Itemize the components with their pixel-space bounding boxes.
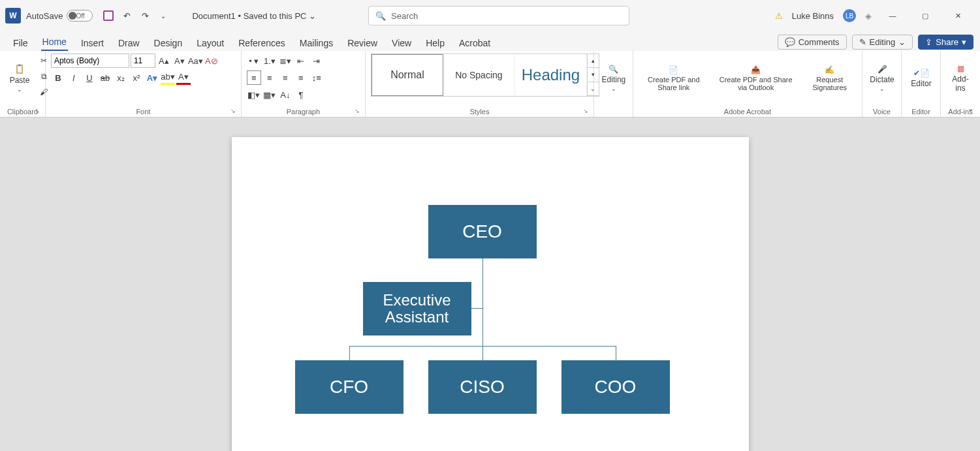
align-right-button[interactable]: ≡ xyxy=(278,70,292,85)
user-avatar[interactable]: LB xyxy=(843,9,856,22)
shading-button[interactable]: ◧▾ xyxy=(247,87,261,102)
style-normal[interactable]: Normal xyxy=(371,54,443,96)
warning-icon[interactable]: ⚠ xyxy=(775,11,783,21)
org-node-cfo[interactable]: CFO xyxy=(295,360,403,414)
shrink-font-button[interactable]: A▾ xyxy=(172,54,187,68)
ribbon: Paste⌄ ✂ ⧉ 🖌 Clipboard↘ A▴ A▾ Aa▾ A⊘ B I xyxy=(0,51,980,117)
justify-button[interactable]: ≡ xyxy=(294,70,308,85)
word-app-icon: W xyxy=(5,8,21,23)
undo-button[interactable]: ↶ xyxy=(120,9,133,22)
paragraph-launcher[interactable]: ↘ xyxy=(355,108,360,114)
minimize-button[interactable]: — xyxy=(881,4,904,27)
page[interactable]: CEO Executive Assistant CFO CISO COO xyxy=(232,137,749,451)
qat-customize[interactable]: ⌄ xyxy=(157,9,170,22)
align-left-button[interactable]: ≡ xyxy=(247,70,261,85)
grow-font-button[interactable]: A▴ xyxy=(157,54,171,68)
request-signatures-button[interactable]: ✍ Request Signatures xyxy=(803,54,857,103)
signature-icon: ✍ xyxy=(825,65,834,74)
diamond-icon[interactable]: ◈ xyxy=(865,11,872,21)
tab-help[interactable]: Help xyxy=(424,35,446,51)
ribbon-tabs: File Home Insert Draw Design Layout Refe… xyxy=(0,31,980,51)
clear-formatting-button[interactable]: A⊘ xyxy=(204,54,219,68)
editing-find-button[interactable]: 🔍 Editing⌄ xyxy=(599,54,628,103)
borders-button[interactable]: ▦▾ xyxy=(262,87,277,102)
paste-button[interactable]: Paste⌄ xyxy=(5,54,34,103)
style-no-spacing[interactable]: No Spacing xyxy=(443,54,515,96)
org-node-ceo[interactable]: CEO xyxy=(428,205,537,258)
share-button[interactable]: ⇪ Share ▾ xyxy=(918,35,973,50)
autosave-toggle[interactable]: AutoSave Off xyxy=(26,10,93,22)
italic-button[interactable]: I xyxy=(67,70,81,85)
text-effects-button[interactable]: A▾ xyxy=(145,70,159,85)
comments-button[interactable]: 💬 Comments xyxy=(778,35,847,50)
underline-button[interactable]: U xyxy=(82,70,97,85)
addins-button[interactable]: ▦ Add-ins xyxy=(946,54,975,103)
redo-button[interactable]: ↷ xyxy=(138,9,151,22)
font-name-input[interactable] xyxy=(51,54,129,68)
document-title[interactable]: Document1 • Saved to this PC ⌄ xyxy=(192,11,316,21)
user-name[interactable]: Luke Binns xyxy=(792,11,834,21)
search-input[interactable]: 🔍 Search xyxy=(368,6,629,25)
search-icon: 🔍 xyxy=(375,11,386,21)
align-center-button[interactable]: ≡ xyxy=(262,70,277,85)
create-pdf-share-link-button[interactable]: 📄 Create PDF and Share link xyxy=(639,54,709,103)
org-node-assistant[interactable]: Executive Assistant xyxy=(363,282,471,335)
document-area[interactable]: CEO Executive Assistant CFO CISO COO xyxy=(0,117,980,451)
tab-acrobat[interactable]: Acrobat xyxy=(458,35,492,51)
tab-home[interactable]: Home xyxy=(41,34,68,51)
styles-launcher[interactable]: ↘ xyxy=(583,108,588,114)
group-addins: ▦ Add-ins Add-ins ⌄ xyxy=(941,51,980,117)
svg-rect-0 xyxy=(17,65,22,73)
editor-button[interactable]: ✔📄 Editor xyxy=(907,54,936,103)
increase-indent-button[interactable]: ⇥ xyxy=(309,54,324,68)
connector xyxy=(349,346,350,360)
editing-mode-button[interactable]: ✎ Editing ⌄ xyxy=(852,35,913,50)
smartart-orgchart[interactable]: CEO Executive Assistant CFO CISO COO xyxy=(232,205,749,451)
group-paragraph: • ▾ 1.▾ ≣▾ ⇤ ⇥ ≡ ≡ ≡ ≡ ↕≡ ◧▾ ▦▾ A↓ ¶ Par… xyxy=(242,51,366,117)
tab-draw[interactable]: Draw xyxy=(117,35,141,51)
decrease-indent-button[interactable]: ⇤ xyxy=(294,54,308,68)
search-placeholder: Search xyxy=(391,11,418,21)
change-case-button[interactable]: Aa▾ xyxy=(188,54,203,68)
show-marks-button[interactable]: ¶ xyxy=(294,87,308,102)
group-font: A▴ A▾ Aa▾ A⊘ B I U ab x₂ x² A▾ ab▾ A▾ Fo… xyxy=(46,51,242,117)
bold-button[interactable]: B xyxy=(51,70,65,85)
line-spacing-button[interactable]: ↕≡ xyxy=(309,70,324,85)
tab-insert[interactable]: Insert xyxy=(80,35,105,51)
tab-view[interactable]: View xyxy=(390,35,413,51)
create-pdf-outlook-button[interactable]: 📤 Create PDF and Share via Outlook xyxy=(712,54,800,103)
collapse-ribbon-button[interactable]: ⌄ xyxy=(968,104,973,113)
group-voice: 🎤 Dictate⌄ Voice xyxy=(862,51,902,117)
multilevel-button[interactable]: ≣▾ xyxy=(278,54,292,68)
titlebar: W AutoSave Off ↶ ↷ ⌄ Document1 • Saved t… xyxy=(0,0,980,31)
strikethrough-button[interactable]: ab xyxy=(98,70,112,85)
dictate-button[interactable]: 🎤 Dictate⌄ xyxy=(868,54,896,103)
font-size-input[interactable] xyxy=(131,54,155,68)
tab-mailings[interactable]: Mailings xyxy=(298,35,334,51)
superscript-button[interactable]: x² xyxy=(129,70,144,85)
font-launcher[interactable]: ↘ xyxy=(230,108,236,114)
tab-references[interactable]: References xyxy=(237,35,287,51)
maximize-button[interactable]: ▢ xyxy=(913,4,937,27)
tab-layout[interactable]: Layout xyxy=(195,35,225,51)
styles-gallery[interactable]: Normal No Spacing Heading ▴ ▾ ⌄ xyxy=(371,54,599,97)
mic-icon: 🎤 xyxy=(877,65,887,74)
clipboard-launcher[interactable]: ↘ xyxy=(35,108,40,114)
org-node-coo[interactable]: COO xyxy=(561,360,670,414)
sort-button[interactable]: A↓ xyxy=(278,87,292,102)
bullets-button[interactable]: • ▾ xyxy=(247,54,261,68)
tab-review[interactable]: Review xyxy=(346,35,379,51)
org-node-ciso[interactable]: CISO xyxy=(428,360,537,414)
outlook-icon: 📤 xyxy=(751,65,761,74)
style-heading1[interactable]: Heading xyxy=(515,54,587,96)
connector xyxy=(482,346,483,360)
highlight-button[interactable]: ab▾ xyxy=(161,70,175,85)
tab-design[interactable]: Design xyxy=(153,35,184,51)
addins-icon: ▦ xyxy=(957,64,964,73)
close-button[interactable]: ✕ xyxy=(946,4,970,27)
save-button[interactable] xyxy=(102,9,115,22)
subscript-button[interactable]: x₂ xyxy=(114,70,128,85)
numbering-button[interactable]: 1.▾ xyxy=(262,54,277,68)
tab-file[interactable]: File xyxy=(12,35,29,51)
font-color-button[interactable]: A▾ xyxy=(176,70,191,85)
